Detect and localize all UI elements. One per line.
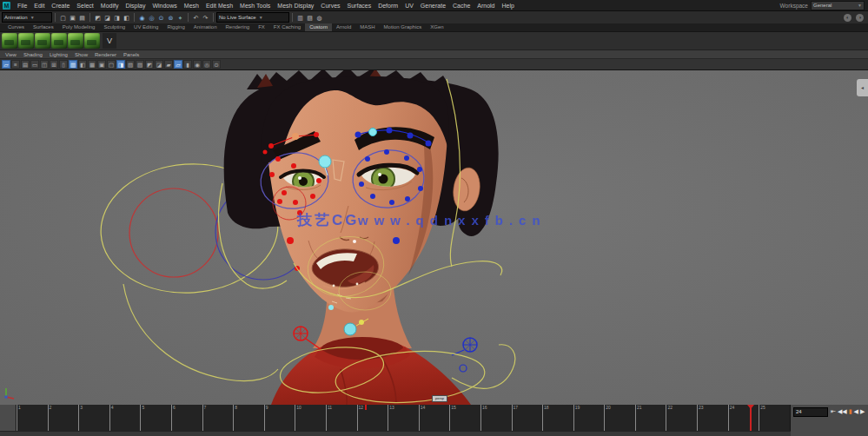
render-icon[interactable]: ◍: [315, 13, 324, 23]
frame-cell[interactable]: 23: [697, 405, 728, 431]
brow-dot-right[interactable]: [387, 128, 393, 134]
panel-toolbar-icon[interactable]: ▱: [2, 60, 10, 69]
menu-item[interactable]: Deform: [374, 3, 401, 9]
menu-item[interactable]: Cache: [449, 3, 474, 9]
menu-item[interactable]: Generate: [417, 3, 449, 9]
shelf-tab[interactable]: Arnold: [332, 23, 355, 31]
current-time-indicator[interactable]: [750, 405, 752, 431]
time-slider-frames[interactable]: 1234567891011121314151617181920212223242…: [17, 405, 790, 431]
frame-cell[interactable]: 19: [573, 405, 605, 431]
selection-mask-icon[interactable]: ◨: [112, 13, 122, 23]
render-icon[interactable]: ▨: [305, 13, 315, 23]
workspace-dropdown[interactable]: General▼: [811, 1, 865, 10]
panel-toolbar-icon[interactable]: ◉: [193, 60, 202, 69]
snap-icon[interactable]: ⌖: [176, 13, 185, 23]
brow-dot-right[interactable]: [355, 132, 361, 138]
brow-dot-left[interactable]: [268, 143, 274, 149]
snap-icon[interactable]: ◉: [137, 13, 147, 23]
shelf-script-button[interactable]: [68, 33, 83, 49]
menu-item[interactable]: Mesh Tools: [236, 3, 274, 9]
shelf-tab[interactable]: Custom: [305, 23, 332, 31]
file-icon[interactable]: ▢: [58, 13, 68, 23]
frame-cell[interactable]: 12: [357, 405, 388, 431]
viewport-3d[interactable]: 技艺CG www.qdnxxfb.cn ◂ persp: [0, 69, 868, 405]
neck-control[interactable]: [344, 323, 356, 335]
shelf-tab[interactable]: Surfaces: [29, 23, 58, 31]
shelf-script-button[interactable]: [84, 33, 100, 49]
menu-item[interactable]: Mesh Display: [274, 3, 317, 9]
frame-cell[interactable]: 17: [512, 405, 543, 431]
frame-cell[interactable]: 15: [449, 405, 480, 431]
render-icon[interactable]: ▥: [295, 13, 305, 23]
panel-toolbar-icon[interactable]: ▮: [183, 60, 192, 69]
brow-dot-right[interactable]: [426, 141, 432, 147]
shelf-tab[interactable]: FX: [254, 23, 269, 31]
shelf-marking-button[interactable]: V: [103, 33, 116, 49]
selection-mask-icon[interactable]: ◩: [93, 13, 103, 23]
snap-icon[interactable]: ◎: [147, 13, 156, 23]
menu-item[interactable]: Arnold: [474, 3, 498, 9]
snap-icon[interactable]: ⊚: [166, 13, 176, 23]
menu-item[interactable]: UV: [401, 3, 417, 9]
shelf-script-button[interactable]: [2, 33, 17, 49]
frame-cell[interactable]: 7: [202, 405, 234, 431]
selection-mask-icon[interactable]: ◧: [122, 13, 131, 23]
frame-cell[interactable]: 25: [759, 405, 790, 431]
playback-button[interactable]: ▶: [860, 407, 865, 416]
frame-cell[interactable]: 3: [78, 405, 109, 431]
shelf-tab[interactable]: Motion Graphics: [380, 23, 427, 31]
brow-dot-right[interactable]: [407, 133, 414, 139]
panel-menu-item[interactable]: Shading: [20, 52, 46, 57]
frame-cell[interactable]: 10: [295, 405, 326, 431]
panel-toolbar-icon[interactable]: ◧: [78, 60, 87, 69]
snap-icon[interactable]: ⊙: [156, 13, 166, 23]
shelf-tab[interactable]: Poly Modeling: [58, 23, 100, 31]
panel-toolbar-icon[interactable]: ▥: [69, 60, 77, 69]
channel-box-collapse-tab[interactable]: ◂: [857, 79, 868, 96]
frame-cell[interactable]: 20: [604, 405, 635, 431]
frame-cell[interactable]: 14: [419, 405, 450, 431]
playback-button[interactable]: ◀◀: [838, 407, 847, 416]
sidebar-toggle-icon[interactable]: ◑: [856, 14, 864, 22]
panel-menu-item[interactable]: Renderer: [91, 52, 120, 57]
selection-mask-icon[interactable]: ◪: [103, 13, 112, 23]
panel-toolbar-icon[interactable]: ◪: [155, 60, 163, 69]
menu-item[interactable]: Help: [499, 3, 518, 9]
menu-item[interactable]: Surfaces: [344, 3, 375, 9]
brow-dot-left[interactable]: [314, 132, 319, 137]
panel-toolbar-icon[interactable]: ◩: [145, 60, 154, 69]
panel-toolbar-icon[interactable]: ▢: [107, 60, 116, 69]
time-slider[interactable]: 1234567891011121314151617181920212223242…: [0, 405, 868, 431]
brow-dot-mid-left[interactable]: [292, 133, 299, 140]
menu-item[interactable]: Create: [48, 3, 73, 9]
shelf-tab[interactable]: FX Caching: [269, 23, 305, 31]
history-icon[interactable]: ↶: [191, 13, 201, 23]
panel-menu-item[interactable]: Panels: [120, 52, 142, 57]
panel-menu-item[interactable]: Show: [71, 52, 91, 57]
frame-cell[interactable]: 5: [140, 405, 171, 431]
panel-toolbar-icon[interactable]: ⊞: [50, 60, 58, 69]
frame-cell[interactable]: 22: [666, 405, 697, 431]
menu-item[interactable]: Modify: [97, 3, 123, 9]
menu-item[interactable]: Edit Mesh: [202, 3, 236, 9]
file-icon[interactable]: ▤: [77, 13, 87, 23]
shelf-tab[interactable]: MASH: [355, 23, 379, 31]
playback-button[interactable]: ⇤: [831, 407, 836, 416]
menu-item[interactable]: Curves: [317, 3, 343, 9]
panel-toolbar-icon[interactable]: ▤: [21, 60, 30, 69]
panel-toolbar-icon[interactable]: ▱: [174, 60, 182, 69]
history-icon[interactable]: ↷: [201, 13, 210, 23]
panel-toolbar-icon[interactable]: ▭: [30, 60, 39, 69]
shelf-tab[interactable]: Animation: [189, 23, 222, 31]
frame-cell[interactable]: 18: [542, 405, 573, 431]
panel-toolbar-icon[interactable]: ≡: [11, 60, 20, 69]
shelf-tab[interactable]: Curves: [3, 23, 29, 31]
panel-toolbar-icon[interactable]: ⊙: [212, 60, 221, 69]
panel-menu-item[interactable]: Lighting: [46, 52, 71, 57]
frame-cell[interactable]: 13: [388, 405, 419, 431]
menu-item[interactable]: Select: [73, 3, 96, 9]
menu-item[interactable]: Mesh: [181, 3, 202, 9]
shelf-script-button[interactable]: [18, 33, 34, 49]
frame-cell[interactable]: 16: [480, 405, 512, 431]
shelf-script-button[interactable]: [51, 33, 67, 49]
